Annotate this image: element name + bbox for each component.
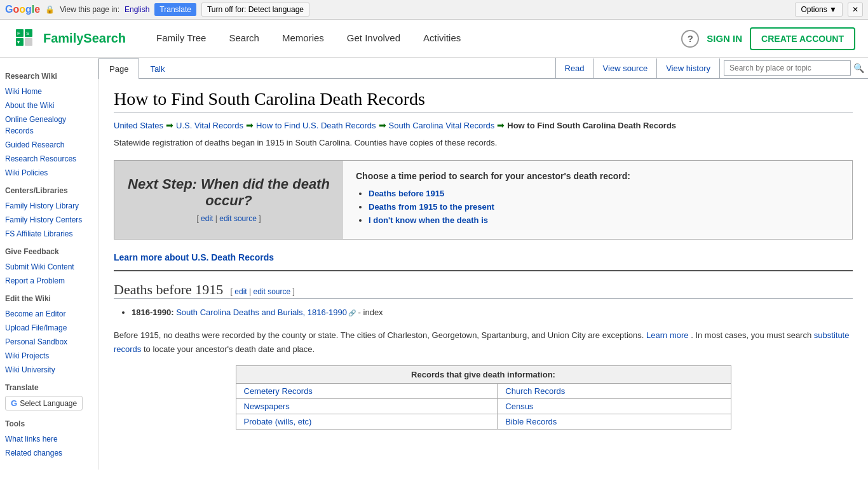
next-step-edit-link[interactable]: edit <box>201 214 213 223</box>
close-bar-button[interactable]: ✕ <box>848 3 863 17</box>
sc-deaths-burials-link[interactable]: South Carolina Deaths and Burials, 1816-… <box>176 308 356 317</box>
probate-link[interactable]: Probate (wills, etc) <box>244 417 312 426</box>
main-nav: Family Tree Search Memories Get Involved… <box>145 20 681 58</box>
next-step-left: Next Step: When did the death occur? [ e… <box>114 161 343 239</box>
church-records-link[interactable]: Church Records <box>505 386 565 396</box>
turnoff-button[interactable]: Turn off for: Detect language <box>201 3 309 17</box>
next-step-edit-source-link[interactable]: edit source <box>219 214 257 223</box>
google-g-icon: G <box>11 398 17 408</box>
tab-view-source[interactable]: View source <box>594 58 658 78</box>
section-edit-link[interactable]: edit <box>234 287 247 296</box>
logo-link[interactable]: F S ▾ FamilySearch <box>13 26 126 51</box>
nav-family-tree[interactable]: Family Tree <box>145 20 217 58</box>
select-language-label: Select Language <box>20 399 77 408</box>
bible-records-link[interactable]: Bible Records <box>505 417 557 426</box>
learn-more-inline-link[interactable]: Learn more <box>646 330 688 340</box>
sidebar-item-wiki-projects[interactable]: Wiki Projects <box>5 349 93 363</box>
sidebar-item-guided-research[interactable]: Guided Research <box>5 138 93 152</box>
breadcrumb: United States ➡ U.S. Vital Records ➡ How… <box>114 120 853 130</box>
table-cell-census: Census <box>498 398 731 414</box>
deaths-1915-present-link[interactable]: Deaths from 1915 to the present <box>369 202 494 212</box>
sidebar-item-personal-sandbox[interactable]: Personal Sandbox <box>5 335 93 349</box>
learn-more-us-death-link[interactable]: Learn more about U.S. Death Records <box>114 252 853 271</box>
main-header: F S ▾ FamilySearch Family Tree Search Me… <box>0 20 868 58</box>
deaths-before-1915-link[interactable]: Deaths before 1915 <box>369 189 444 198</box>
section-heading-text: Deaths before 1915 <box>114 281 223 298</box>
search-input[interactable] <box>724 60 851 76</box>
table-cell-probate: Probate (wills, etc) <box>236 414 498 429</box>
records-table: Records that give death information: Cem… <box>236 365 731 430</box>
sign-in-link[interactable]: SIGN IN <box>707 33 742 44</box>
sidebar-item-about-wiki[interactable]: About the Wiki <box>5 98 93 112</box>
newspapers-link[interactable]: Newspapers <box>244 402 290 411</box>
sidebar-item-wiki-university[interactable]: Wiki University <box>5 363 93 377</box>
next-step-edit-links: [ edit | edit source ] <box>196 214 261 223</box>
sidebar: Research Wiki Wiki Home About the Wiki O… <box>0 58 98 470</box>
breadcrumb-us[interactable]: United States <box>114 121 163 130</box>
table-row-1: Cemetery Records Church Records <box>236 383 731 398</box>
tab-bar: Page Talk Read View source View history … <box>98 58 868 79</box>
body-text-part3: to locate your ancestor's death date and… <box>144 344 315 354</box>
sidebar-item-what-links-here[interactable]: What links here <box>5 432 93 446</box>
sidebar-item-online-genealogy[interactable]: Online Genealogy Records <box>5 112 93 138</box>
breadcrumb-sc-vital[interactable]: South Carolina Vital Records <box>389 121 495 130</box>
tab-page[interactable]: Page <box>98 58 139 79</box>
sidebar-item-fh-library[interactable]: Family History Library <box>5 199 93 213</box>
sidebar-item-wiki-policies[interactable]: Wiki Policies <box>5 166 93 180</box>
body-text-part1: Before 1915, no deaths were recorded by … <box>114 330 644 340</box>
list-item-suffix: - index <box>358 308 383 317</box>
body-text-part2: . In most cases, you must search <box>691 330 811 340</box>
cemetery-records-link[interactable]: Cemetery Records <box>244 386 313 396</box>
section-content-list: 1816-1990: South Carolina Deaths and Bur… <box>114 306 853 320</box>
sidebar-item-submit-wiki[interactable]: Submit Wiki Content <box>5 260 93 274</box>
article-title: How to Find South Carolina Death Records <box>114 89 853 112</box>
logo-text: FamilySearch <box>43 31 126 46</box>
header-right: ? SIGN IN CREATE ACCOUNT <box>681 27 855 50</box>
nav-search[interactable]: Search <box>217 20 271 58</box>
intro-text: Statewide registration of deaths began i… <box>114 137 853 150</box>
section-deaths-before-1915: Deaths before 1915 [ edit | edit source … <box>114 281 853 299</box>
section-edit-links: [ edit | edit source ] <box>228 287 295 296</box>
breadcrumb-us-vital[interactable]: U.S. Vital Records <box>176 121 243 130</box>
sidebar-item-report-problem[interactable]: Report a Problem <box>5 274 93 288</box>
breadcrumb-arrow-2: ➡ <box>246 120 254 130</box>
tab-talk[interactable]: Talk <box>139 58 175 79</box>
next-step-heading: Next Step: When did the death occur? <box>127 176 330 209</box>
search-button[interactable]: 🔍 <box>853 63 864 73</box>
translate-button[interactable]: Translate <box>154 3 196 16</box>
table-row-3: Probate (wills, etc) Bible Records <box>236 414 731 429</box>
select-language-button[interactable]: G Select Language <box>5 396 83 410</box>
tab-view-history[interactable]: View history <box>657 58 720 78</box>
language-link[interactable]: English <box>125 5 149 14</box>
help-icon[interactable]: ? <box>681 30 699 48</box>
sidebar-item-wiki-home[interactable]: Wiki Home <box>5 85 93 98</box>
sidebar-item-research-resources[interactable]: Research Resources <box>5 152 93 166</box>
sidebar-item-related-changes[interactable]: Related changes <box>5 446 93 460</box>
breadcrumb-arrow-1: ➡ <box>166 120 173 130</box>
nav-activities[interactable]: Activities <box>412 20 472 58</box>
section-edit-source-link[interactable]: edit source <box>253 287 290 296</box>
article: How to Find South Carolina Death Records… <box>98 79 868 450</box>
dont-know-death-link[interactable]: I don't know when the death is <box>369 215 488 225</box>
create-account-button[interactable]: CREATE ACCOUNT <box>750 27 855 50</box>
sidebar-item-upload-file[interactable]: Upload File/Image <box>5 321 93 335</box>
tab-read[interactable]: Read <box>556 58 594 78</box>
svg-rect-3 <box>25 38 32 46</box>
sidebar-section-research-wiki: Research Wiki <box>5 72 93 81</box>
table-cell-bible: Bible Records <box>498 414 731 429</box>
nav-get-involved[interactable]: Get Involved <box>336 20 412 58</box>
breadcrumb-arrow-4: ➡ <box>497 120 505 130</box>
table-cell-cemetery: Cemetery Records <box>236 383 498 398</box>
breadcrumb-us-death[interactable]: How to Find U.S. Death Records <box>256 121 376 130</box>
options-button[interactable]: Options ▼ <box>795 3 843 17</box>
sidebar-item-fh-centers[interactable]: Family History Centers <box>5 213 93 227</box>
main-content: Page Talk Read View source View history … <box>98 58 868 470</box>
list-item-1816-1990: 1816-1990: South Carolina Deaths and Bur… <box>132 306 853 320</box>
svg-text:F: F <box>17 30 20 36</box>
sidebar-item-become-editor[interactable]: Become an Editor <box>5 307 93 321</box>
sidebar-item-fs-affiliate[interactable]: FS Affiliate Libraries <box>5 227 93 241</box>
census-link[interactable]: Census <box>505 402 533 411</box>
svg-text:S: S <box>26 30 29 36</box>
nav-memories[interactable]: Memories <box>271 20 336 58</box>
google-translate-bar: Google 🔒 View this page in: English Tran… <box>0 0 868 20</box>
